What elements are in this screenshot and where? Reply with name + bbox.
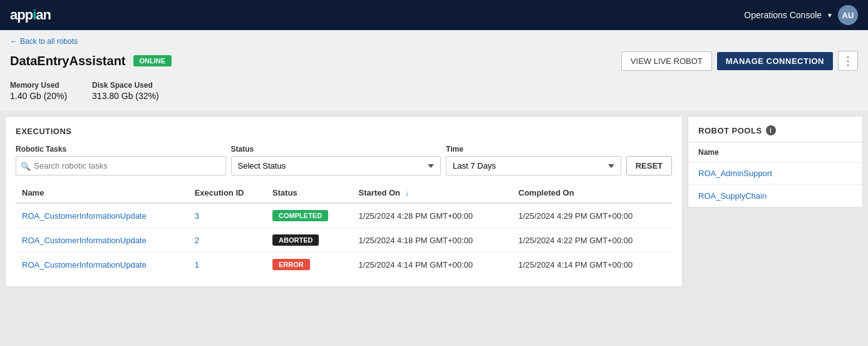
executions-table: Name Execution ID Status Started On ↓ Co… xyxy=(16,183,672,276)
cell-completed-on: 1/25/2024 4:22 PM GMT+00:00 xyxy=(512,228,672,253)
status-filter: Status Select Status COMPLETED ABORTED E… xyxy=(231,145,442,176)
cell-started-on: 1/25/2024 4:14 PM GMT+00:00 xyxy=(353,253,512,277)
cell-execution-id: 3 xyxy=(189,203,266,228)
manage-connection-button[interactable]: MANAGE CONNECTION xyxy=(717,52,833,70)
pool-item[interactable]: ROA_SupplyChain xyxy=(688,185,862,207)
task-link[interactable]: ROA_CustomerInformationUpdate xyxy=(22,211,147,221)
search-input[interactable] xyxy=(16,156,226,176)
cell-completed-on: 1/25/2024 4:29 PM GMT+00:00 xyxy=(512,203,672,228)
cell-started-on: 1/25/2024 4:28 PM GMT+00:00 xyxy=(353,203,512,228)
pools-header: ROBOT POOLS i xyxy=(688,117,862,143)
pools-list: ROA_AdminSupportROA_SupplyChain xyxy=(688,162,862,207)
status-label: Status xyxy=(231,145,442,154)
col-started-on: Started On ↓ xyxy=(353,183,512,203)
cell-status: COMPLETED xyxy=(266,203,352,228)
task-link[interactable]: ROA_CustomerInformationUpdate xyxy=(22,260,147,270)
online-badge: ONLINE xyxy=(133,55,172,66)
status-badge: COMPLETED xyxy=(272,210,328,221)
robot-title-area: DataEntryAssistant ONLINE xyxy=(10,54,172,68)
robot-header: DataEntryAssistant ONLINE VIEW LIVE ROBO… xyxy=(0,46,868,81)
avatar[interactable]: AU xyxy=(838,5,858,25)
search-wrapper: 🔍 xyxy=(16,156,226,176)
robotic-tasks-filter: Robotic Tasks 🔍 xyxy=(16,145,226,176)
console-label: Operations Console xyxy=(744,10,822,20)
disk-value: 313.80 Gb (32%) xyxy=(92,91,159,101)
more-options-button[interactable]: ⋮ xyxy=(838,51,858,71)
cell-execution-id: 2 xyxy=(189,228,266,253)
breadcrumb-area: ← Back to all robots xyxy=(0,30,868,46)
cell-name: ROA_CustomerInformationUpdate xyxy=(16,253,189,277)
col-status: Status xyxy=(266,183,352,203)
cell-status: ABORTED xyxy=(266,228,352,253)
reset-button[interactable]: RESET xyxy=(626,156,672,176)
main-layout: EXECUTIONS Robotic Tasks 🔍 Status Select… xyxy=(0,111,868,292)
col-name: Name xyxy=(16,183,189,203)
pools-col-header: Name xyxy=(688,143,862,162)
app-logo: appian xyxy=(10,7,51,23)
table-header-row: Name Execution ID Status Started On ↓ Co… xyxy=(16,183,672,203)
console-chevron-icon[interactable]: ▼ xyxy=(827,12,833,19)
cell-execution-id: 1 xyxy=(189,253,266,277)
pools-title: ROBOT POOLS xyxy=(698,126,762,135)
nav-right: Operations Console ▼ AU xyxy=(744,5,858,25)
memory-value: 1.40 Gb (20%) xyxy=(10,91,67,101)
status-badge: ERROR xyxy=(272,259,310,270)
stats-area: Memory Used 1.40 Gb (20%) Disk Space Use… xyxy=(0,81,868,111)
task-link[interactable]: ROA_CustomerInformationUpdate xyxy=(22,236,147,245)
time-label: Time xyxy=(446,145,621,154)
status-badge: ABORTED xyxy=(272,234,319,246)
cell-name: ROA_CustomerInformationUpdate xyxy=(16,228,189,253)
filters-row: Robotic Tasks 🔍 Status Select Status COM… xyxy=(16,145,672,176)
robotic-tasks-label: Robotic Tasks xyxy=(16,145,226,154)
executions-panel: EXECUTIONS Robotic Tasks 🔍 Status Select… xyxy=(5,116,683,287)
table-row: ROA_CustomerInformationUpdate 1 ERROR 1/… xyxy=(16,253,672,277)
disk-stat: Disk Space Used 313.80 Gb (32%) xyxy=(92,81,159,101)
cell-started-on: 1/25/2024 4:18 PM GMT+00:00 xyxy=(353,228,512,253)
col-completed-on: Completed On xyxy=(512,183,672,203)
view-live-robot-button[interactable]: VIEW LIVE ROBOT xyxy=(621,51,712,71)
memory-stat: Memory Used 1.40 Gb (20%) xyxy=(10,81,67,101)
top-navigation: appian Operations Console ▼ AU xyxy=(0,0,868,30)
search-icon: 🔍 xyxy=(21,161,31,170)
table-row: ROA_CustomerInformationUpdate 3 COMPLETE… xyxy=(16,203,672,228)
execution-id-link[interactable]: 2 xyxy=(195,236,199,245)
table-row: ROA_CustomerInformationUpdate 2 ABORTED … xyxy=(16,228,672,253)
memory-label: Memory Used xyxy=(10,81,67,90)
disk-label: Disk Space Used xyxy=(92,81,159,90)
col-execution-id: Execution ID xyxy=(189,183,266,203)
info-icon: i xyxy=(766,125,776,135)
execution-id-link[interactable]: 1 xyxy=(195,260,199,270)
robot-actions: VIEW LIVE ROBOT MANAGE CONNECTION ⋮ xyxy=(621,51,858,71)
cell-status: ERROR xyxy=(266,253,352,277)
robot-name: DataEntryAssistant xyxy=(10,54,126,68)
pool-item[interactable]: ROA_AdminSupport xyxy=(688,162,862,185)
time-filter: Time Last 7 Days Last 30 Days Last 90 Da… xyxy=(446,145,621,176)
back-to-robots-link[interactable]: ← Back to all robots xyxy=(10,37,78,46)
cell-completed-on: 1/25/2024 4:14 PM GMT+00:00 xyxy=(512,253,672,277)
sort-icon[interactable]: ↓ xyxy=(405,189,409,197)
robot-pools-panel: ROBOT POOLS i Name ROA_AdminSupportROA_S… xyxy=(688,116,863,207)
time-select[interactable]: Last 7 Days Last 30 Days Last 90 Days xyxy=(446,156,621,176)
execution-id-link[interactable]: 3 xyxy=(195,211,199,221)
back-arrow-icon: ← xyxy=(10,37,18,46)
cell-name: ROA_CustomerInformationUpdate xyxy=(16,203,189,228)
executions-title: EXECUTIONS xyxy=(16,127,672,136)
status-select[interactable]: Select Status COMPLETED ABORTED ERROR xyxy=(231,156,442,176)
